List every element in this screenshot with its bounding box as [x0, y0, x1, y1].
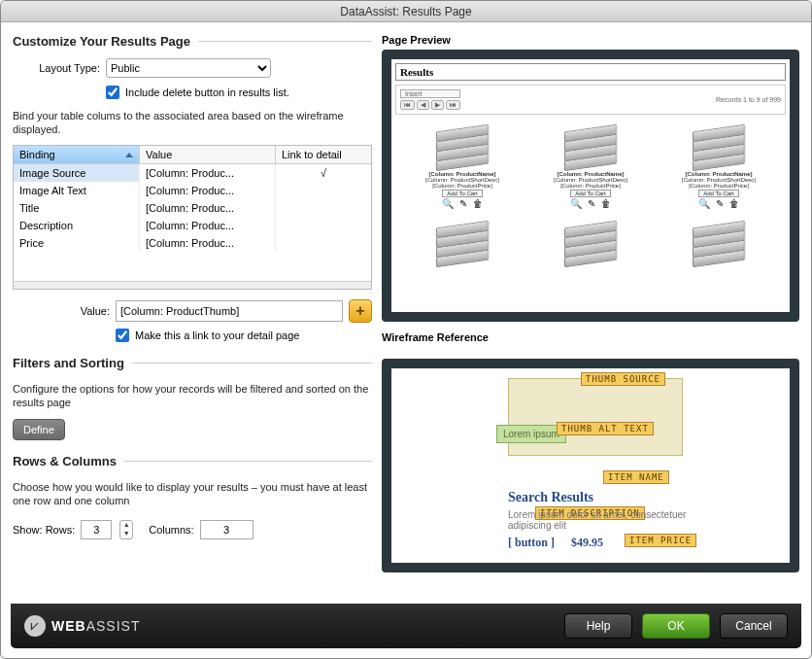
product-thumb-icon [561, 215, 620, 265]
table-row[interactable]: Image Alt Text [Column: Produc... [14, 182, 371, 199]
preview-card: [Column: ProductName] [Column: ProductSh… [401, 119, 524, 209]
show-rows-label: Show: Rows: [13, 524, 75, 536]
preview-card: [Column: ProductName] [Column: ProductSh… [658, 119, 780, 209]
include-delete-checkbox[interactable] [106, 86, 119, 99]
cell-link: √ [276, 164, 371, 182]
next-page-icon: ▶ [431, 100, 444, 110]
page-preview-panel: Results Insert ⏮ ◀ ▶ ⏭ Records 1 to 9 of… [382, 50, 799, 322]
wireframe-price: $49.95 [571, 536, 603, 550]
brand-web: WEB [51, 618, 86, 634]
cell-binding: Title [14, 199, 140, 217]
page-preview-content: Results Insert ⏮ ◀ ▶ ⏭ Records 1 to 9 of… [391, 59, 790, 312]
stepper-down-icon[interactable]: ▼ [120, 530, 132, 538]
edit-icon: ✎ [459, 198, 467, 209]
preview-add-to-cart: Add To Cart [698, 190, 739, 197]
table-header: Binding Value Link to detail [14, 146, 371, 164]
cell-link [276, 182, 371, 199]
columns-input[interactable] [200, 520, 254, 539]
preview-card [529, 215, 652, 267]
tag-item-name: ITEM NAME [603, 470, 669, 484]
cell-binding: Description [14, 217, 140, 234]
logo-icon: ⩗ [24, 615, 46, 637]
wireframe-search-results: Search Results [508, 490, 593, 505]
rows-input[interactable] [81, 520, 112, 539]
search-icon: 🔍 [442, 198, 454, 209]
brand-assist: ASSIST [86, 618, 141, 634]
rows-stepper[interactable]: ▲▼ [119, 520, 133, 539]
tag-thumb-source: THUMB SOURCE [581, 372, 665, 386]
preview-insert-button: Insert [400, 89, 460, 98]
define-button[interactable]: Define [13, 419, 65, 440]
ok-button[interactable]: OK [642, 613, 710, 639]
tag-item-price: ITEM PRICE [625, 534, 696, 547]
preview-pagination: ⏮ ◀ ▶ ⏭ [400, 100, 460, 110]
table-row[interactable]: Image Source [Column: Produc... √ [14, 164, 371, 182]
content-area: Customize Your Results Page Layout Type:… [1, 22, 811, 594]
cell-binding: Price [14, 234, 140, 252]
col-value-header[interactable]: Value [140, 146, 276, 163]
product-thumb-icon [433, 119, 491, 169]
bind-description: Bind your table colums to the associated… [13, 109, 372, 137]
search-icon: 🔍 [698, 198, 710, 209]
filters-description: Configure the options for how your recor… [13, 382, 372, 410]
link-detail-label: Make this a link to your detail page [135, 330, 299, 341]
webassist-logo: ⩗ WEBASSIST [24, 615, 140, 637]
columns-label: Columns: [149, 524, 193, 536]
delete-icon: 🗑 [473, 198, 483, 209]
cell-value: [Column: Produc... [140, 217, 276, 234]
preview-product-price: [Column: ProductPrice] [560, 183, 621, 189]
prev-page-icon: ◀ [417, 100, 429, 110]
col-link-header[interactable]: Link to detail [276, 146, 371, 163]
product-thumb-icon [690, 119, 748, 169]
value-label: Value: [13, 305, 110, 317]
rowscols-description: Choose how you would like to display you… [13, 480, 372, 508]
edit-icon: ✎ [716, 198, 724, 209]
right-column: Page Preview Results Insert ⏮ ◀ ▶ ⏭ [382, 34, 799, 594]
customize-heading: Customize Your Results Page [13, 34, 372, 49]
preview-results-heading: Results [400, 66, 433, 78]
dialog-footer: ⩗ WEBASSIST Help OK Cancel [11, 604, 801, 648]
layout-type-select[interactable]: Public [106, 58, 271, 78]
link-detail-checkbox[interactable] [116, 329, 129, 342]
table-body: Image Source [Column: Produc... √ Image … [14, 164, 371, 281]
first-page-icon: ⏮ [400, 100, 415, 110]
include-delete-label: Include delete button in results list. [125, 87, 289, 98]
product-thumb-icon [561, 119, 620, 169]
col-binding-header[interactable]: Binding [14, 146, 140, 163]
delete-icon: 🗑 [601, 198, 611, 209]
filters-heading: Filters and Sorting [13, 356, 372, 370]
preview-card [401, 215, 524, 267]
wireframe-lorem-text: Lorem ipsum dolor sit amet, consectetuer… [508, 509, 702, 531]
cell-binding: Image Alt Text [14, 182, 140, 199]
table-row[interactable]: Title [Column: Produc... [14, 199, 371, 217]
stepper-up-icon[interactable]: ▲ [120, 521, 132, 530]
preview-add-to-cart: Add To Cart [570, 190, 611, 197]
cell-value: [Column: Produc... [140, 182, 276, 199]
search-icon: 🔍 [570, 198, 582, 209]
wireframe-button: [ button ] [508, 536, 555, 550]
binding-table[interactable]: Binding Value Link to detail Image Sourc… [13, 145, 372, 290]
window-title: DataAssist: Results Page [1, 1, 811, 22]
wireframe-panel: THUMB SOURCE Lorem ipsum THUMB ALT TEXT … [382, 359, 799, 572]
preview-product-price: [Column: ProductPrice] [689, 183, 749, 189]
add-value-button[interactable]: + [349, 299, 372, 323]
rowscols-heading: Rows & Columns [13, 454, 372, 468]
preview-grid: [Column: ProductName] [Column: ProductSh… [391, 119, 790, 267]
table-row[interactable]: Description [Column: Produc... [14, 217, 371, 234]
layout-type-label: Layout Type: [22, 62, 100, 74]
table-scrollbar[interactable] [14, 281, 371, 289]
table-row[interactable]: Price [Column: Produc... [14, 234, 371, 252]
value-input[interactable] [116, 300, 343, 322]
help-button[interactable]: Help [564, 613, 632, 639]
delete-icon: 🗑 [729, 198, 739, 209]
preview-card: [Column: ProductName] [Column: ProductSh… [529, 119, 652, 209]
cancel-button[interactable]: Cancel [720, 613, 788, 639]
wireframe-thumb-area [508, 378, 683, 456]
wireframe-content: THUMB SOURCE Lorem ipsum THUMB ALT TEXT … [391, 368, 790, 563]
cell-binding: Image Source [14, 164, 140, 182]
cell-value: [Column: Produc... [140, 164, 276, 182]
preview-card [658, 215, 780, 267]
left-column: Customize Your Results Page Layout Type:… [13, 34, 372, 594]
tag-thumb-alt: THUMB ALT TEXT [557, 422, 654, 435]
cell-link [276, 234, 371, 252]
